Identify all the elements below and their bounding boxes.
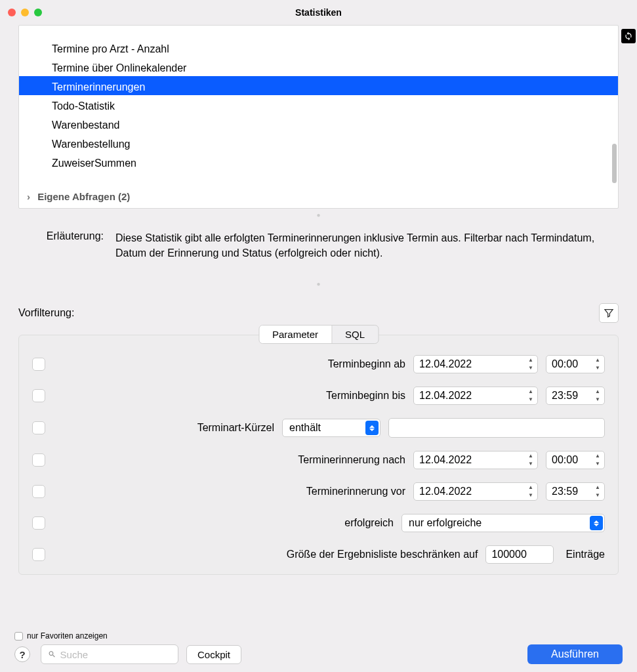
prefilter-label: Vorfilterung:	[18, 307, 74, 319]
search-input[interactable]	[60, 649, 171, 660]
checkbox-terminbeginn-ab[interactable]	[32, 358, 45, 371]
checkbox-limit[interactable]	[32, 548, 45, 561]
stepper[interactable]: ▲▼	[592, 388, 603, 404]
param-label: Größe der Ergebnisliste beschränken auf	[287, 549, 478, 560]
stepper[interactable]: ▲▼	[525, 356, 536, 372]
list-item[interactable]	[19, 25, 618, 38]
terminart-operator-select[interactable]: enthält	[282, 419, 380, 437]
filter-button[interactable]	[599, 303, 619, 323]
search-field[interactable]	[41, 644, 178, 664]
favorites-only-checkbox[interactable]	[14, 632, 23, 640]
checkbox-terminbeginn-bis[interactable]	[32, 389, 45, 402]
title-bar: Statistiken	[0, 0, 637, 25]
param-label: Terminerinnerung nach	[298, 454, 405, 466]
list-item[interactable]: Termine über Onlinekalender	[19, 57, 618, 76]
scrollbar[interactable]	[612, 144, 617, 183]
help-button[interactable]: ?	[14, 646, 30, 662]
description-text: Diese Statistik gibt alle erfolgten Term…	[115, 230, 619, 261]
param-label: Terminart-Kürzel	[197, 422, 274, 434]
minimize-window-button[interactable]	[21, 9, 29, 16]
search-icon	[48, 650, 56, 659]
tab-parameter[interactable]: Parameter	[259, 326, 332, 343]
bottom-bar: nur Favoriten anzeigen ? Cockpit Ausführ…	[0, 627, 637, 672]
checkbox-erinnerung-vor[interactable]	[32, 485, 45, 498]
param-label: erfolgreich	[344, 517, 394, 529]
list-item[interactable]: Warenbestand	[19, 114, 618, 133]
description-label: Erläuterung:	[18, 230, 104, 261]
stepper[interactable]: ▲▼	[592, 484, 603, 499]
terminbeginn-bis-time[interactable]: 23:59 ▲▼	[546, 387, 605, 405]
terminart-value-input[interactable]	[388, 418, 605, 438]
param-label: Terminbeginn bis	[326, 390, 405, 402]
parameters-panel: Parameter SQL Terminbeginn ab 12.04.2022…	[18, 335, 619, 575]
checkbox-erfolgreich[interactable]	[32, 516, 45, 530]
limit-suffix: Einträge	[565, 549, 605, 560]
stepper[interactable]: ▲▼	[592, 356, 603, 372]
chevron-right-icon: ›	[27, 191, 33, 202]
list-item[interactable]: Warenbestellung	[19, 133, 618, 152]
stepper[interactable]: ▲▼	[592, 452, 603, 468]
stepper[interactable]: ▲▼	[525, 388, 536, 404]
list-item-selected[interactable]: Terminerinnerungen	[19, 76, 618, 95]
checkbox-erinnerung-nach[interactable]	[32, 453, 45, 467]
funnel-icon	[604, 308, 614, 318]
erinnerung-nach-date[interactable]: 12.04.2022 ▲▼	[413, 451, 538, 469]
divider-handle[interactable]: ●	[18, 211, 619, 219]
tab-sql[interactable]: SQL	[332, 326, 378, 343]
terminbeginn-bis-date[interactable]: 12.04.2022 ▲▼	[413, 387, 538, 405]
limit-input[interactable]: 100000	[485, 545, 554, 564]
param-label: Terminbeginn ab	[328, 358, 405, 370]
erinnerung-nach-time[interactable]: 00:00 ▲▼	[546, 451, 605, 469]
list-group-own-queries[interactable]: › Eigene Abfragen (2)	[19, 187, 618, 206]
window-title: Statistiken	[295, 7, 342, 18]
maximize-window-button[interactable]	[34, 9, 42, 16]
erinnerung-vor-time[interactable]: 23:59 ▲▼	[546, 482, 605, 501]
stepper[interactable]: ▲▼	[525, 452, 536, 468]
tab-segmented-control: Parameter SQL	[258, 325, 379, 344]
param-label: Terminerinnerung vor	[306, 486, 405, 497]
erinnerung-vor-date[interactable]: 12.04.2022 ▲▼	[413, 482, 538, 501]
list-item[interactable]: ZuweiserSummen	[19, 152, 618, 171]
dropdown-arrow-icon	[590, 516, 603, 530]
run-button[interactable]: Ausführen	[527, 644, 623, 664]
terminbeginn-ab-date[interactable]: 12.04.2022 ▲▼	[413, 355, 538, 373]
list-item[interactable]: Termine pro Arzt - Anzahl	[19, 38, 618, 57]
dropdown-arrow-icon	[365, 421, 379, 435]
checkbox-terminart-kuerzel[interactable]	[32, 421, 45, 434]
stepper[interactable]: ▲▼	[525, 484, 536, 499]
close-window-button[interactable]	[8, 9, 16, 16]
terminbeginn-ab-time[interactable]: 00:00 ▲▼	[546, 355, 605, 373]
favorites-only-label: nur Favoriten anzeigen	[27, 631, 108, 640]
cockpit-button[interactable]: Cockpit	[186, 645, 241, 664]
refresh-button[interactable]	[621, 29, 636, 43]
divider-handle[interactable]: ●	[18, 280, 619, 287]
erfolgreich-select[interactable]: nur erfolgreiche	[401, 514, 605, 532]
list-item[interactable]: Todo-Statistik	[19, 95, 618, 114]
statistics-list[interactable]: Termine pro Arzt - Anzahl Termine über O…	[18, 25, 619, 209]
